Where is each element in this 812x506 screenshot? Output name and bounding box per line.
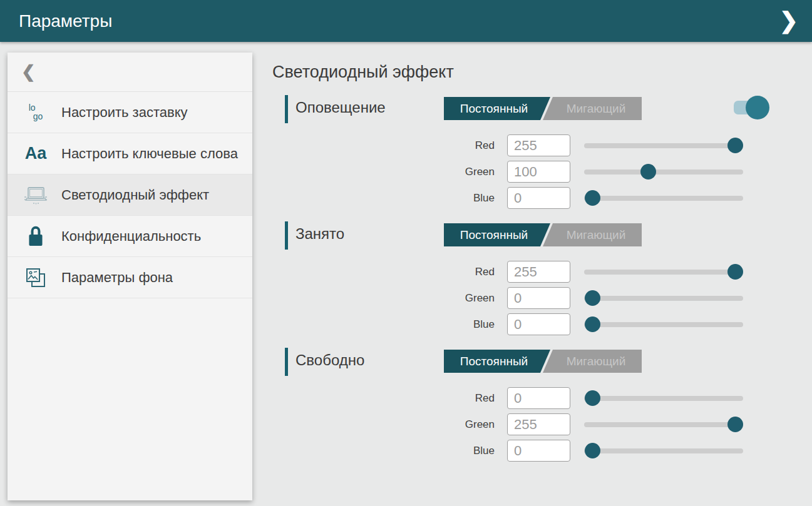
- slider-thumb[interactable]: [727, 264, 743, 280]
- sidebar-item-label: Конфиденциальность: [61, 228, 201, 245]
- app-header: Параметры ❯: [0, 0, 812, 42]
- rgb-row-red: Red: [285, 261, 779, 283]
- red-value-input[interactable]: [507, 261, 570, 283]
- slider-track: [584, 322, 743, 327]
- section-accent-bar: [285, 221, 288, 250]
- rgb-label: Blue: [407, 192, 495, 205]
- main-title: Светодиодный эффект: [272, 63, 454, 82]
- lock-icon: [16, 225, 55, 248]
- red-slider[interactable]: [584, 264, 743, 280]
- blue-value-input[interactable]: [507, 313, 570, 335]
- section-accent-bar: [285, 348, 288, 376]
- section-title: Занято: [296, 225, 344, 243]
- sidebar-item-keywords[interactable]: Aa Настроить ключевые слова: [8, 133, 252, 175]
- green-slider[interactable]: [584, 164, 743, 180]
- slider-track: [584, 448, 743, 453]
- slider-thumb[interactable]: [585, 290, 600, 306]
- section-accent-bar: [285, 95, 288, 123]
- green-value-input[interactable]: [507, 161, 570, 183]
- rgb-row-green: Green: [285, 287, 779, 310]
- rgb-label: Green: [407, 166, 495, 178]
- back-chevron-icon: ❮: [21, 62, 36, 82]
- slider-track: [584, 422, 743, 427]
- green-slider[interactable]: [584, 417, 743, 433]
- sidebar-item-label: Настроить заставку: [61, 104, 188, 121]
- sidebar-item-label: Светодиодный эффект: [61, 187, 209, 203]
- slider-track: [584, 296, 743, 301]
- green-slider[interactable]: [584, 290, 743, 306]
- mode-constant-segment[interactable]: Постоянный: [444, 350, 550, 373]
- section-title: Свободно: [296, 352, 364, 369]
- sidebar-item-background-options[interactable]: Параметры фона: [8, 257, 252, 298]
- slider-track: [584, 196, 743, 201]
- red-slider[interactable]: [584, 390, 743, 407]
- rgb-label: Red: [407, 266, 495, 278]
- sidebar-item-led-effect[interactable]: Светодиодный эффект: [8, 175, 252, 216]
- green-value-input[interactable]: [507, 287, 570, 309]
- mode-constant-segment[interactable]: Постоянный: [444, 223, 550, 246]
- rgb-row-green: Green: [285, 161, 779, 183]
- slider-track: [584, 170, 743, 175]
- rgb-row-red: Red: [285, 387, 779, 410]
- slider-thumb[interactable]: [727, 417, 743, 432]
- green-value-input[interactable]: [507, 413, 570, 435]
- slider-thumb[interactable]: [585, 390, 600, 406]
- rgb-row-blue: Blue: [285, 440, 779, 462]
- logo-text-icon: lo go: [16, 104, 55, 121]
- sidebar: ❮ lo go Настроить заставку Aa Настроить …: [8, 53, 252, 500]
- rgb-label: Red: [407, 392, 495, 405]
- rgb-label: Green: [407, 418, 495, 431]
- rgb-row-blue: Blue: [285, 187, 779, 210]
- red-value-input[interactable]: [507, 387, 570, 409]
- sidebar-item-label: Настроить ключевые слова: [61, 146, 238, 162]
- slider-thumb[interactable]: [585, 443, 600, 458]
- blue-value-input[interactable]: [507, 440, 570, 462]
- mode-switch: Постоянный Мигающий: [444, 97, 642, 120]
- led-section-notification: Оповещение Постоянный Мигающий Red Green…: [285, 94, 779, 216]
- mode-blinking-segment[interactable]: Мигающий: [543, 223, 642, 246]
- section-enable-toggle[interactable]: [734, 96, 771, 119]
- slider-thumb[interactable]: [585, 316, 600, 332]
- section-title: Оповещение: [296, 99, 386, 116]
- rgb-label: Blue: [407, 318, 495, 331]
- sidebar-collapse-button[interactable]: ❮: [8, 53, 252, 92]
- mode-switch: Постоянный Мигающий: [444, 223, 642, 246]
- blue-value-input[interactable]: [507, 187, 570, 209]
- images-icon: [16, 266, 55, 290]
- mode-switch: Постоянный Мигающий: [444, 350, 642, 373]
- rgb-row-blue: Blue: [285, 313, 779, 336]
- monitor-icon: [16, 185, 55, 206]
- slider-track: [584, 396, 743, 401]
- blue-slider[interactable]: [584, 443, 743, 459]
- rgb-row-green: Green: [285, 413, 779, 436]
- slider-thumb[interactable]: [727, 138, 743, 153]
- mode-constant-segment[interactable]: Постоянный: [444, 97, 550, 120]
- mode-blinking-segment[interactable]: Мигающий: [543, 97, 642, 120]
- sidebar-item-privacy[interactable]: Конфиденциальность: [8, 216, 252, 257]
- rgb-row-red: Red: [285, 134, 779, 157]
- blue-slider[interactable]: [584, 190, 743, 206]
- rgb-label: Red: [407, 139, 495, 152]
- slider-thumb[interactable]: [640, 164, 656, 180]
- slider-track: [584, 270, 743, 275]
- led-section-free: Свободно Постоянный Мигающий Red Green B…: [285, 347, 779, 468]
- slider-track: [584, 143, 743, 148]
- led-section-busy: Занято Постоянный Мигающий Red Green Blu…: [285, 220, 779, 342]
- font-aa-icon: Aa: [16, 144, 55, 163]
- red-value-input[interactable]: [507, 134, 570, 156]
- mode-blinking-segment[interactable]: Мигающий: [543, 350, 642, 373]
- page-title: Параметры: [19, 11, 112, 31]
- red-slider[interactable]: [584, 138, 743, 154]
- sidebar-item-label: Параметры фона: [61, 270, 173, 286]
- forward-chevron-icon[interactable]: ❯: [779, 6, 798, 35]
- rgb-label: Green: [407, 292, 495, 305]
- slider-thumb[interactable]: [585, 190, 600, 206]
- blue-slider[interactable]: [584, 316, 743, 333]
- sidebar-item-splash-screen[interactable]: lo go Настроить заставку: [8, 92, 252, 133]
- toggle-knob: [746, 96, 769, 119]
- rgb-label: Blue: [407, 445, 495, 457]
